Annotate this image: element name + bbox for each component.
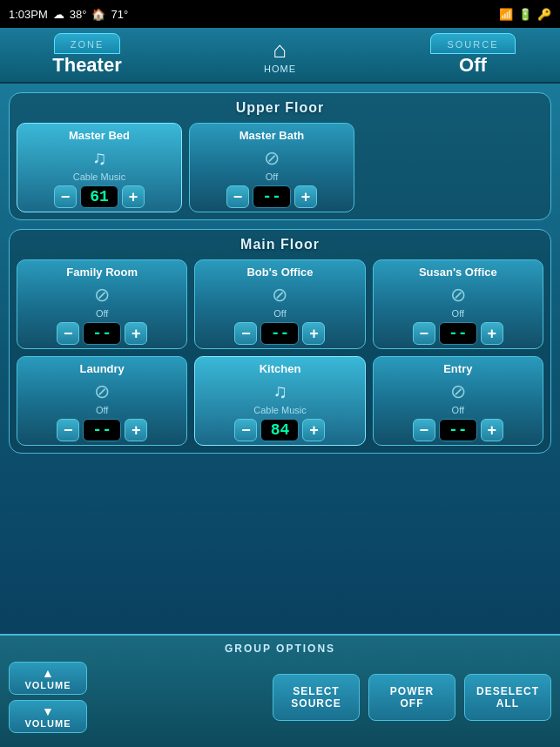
zone-card-kitchen[interactable]: Kitchen ♫ Cable Music − 84 +	[194, 356, 365, 446]
signal-icon: 🔑	[537, 8, 551, 21]
action-buttons: SELECTSOURCE POWEROFF DESELECTALL	[96, 674, 551, 721]
zone-card-entry[interactable]: Entry ⊘ Off − -- +	[373, 356, 543, 446]
home-temp-icon: 🏠	[91, 8, 105, 21]
volume-up-button[interactable]: +	[125, 419, 147, 441]
music-icon: ♫	[273, 380, 287, 403]
zone-card-title: Master Bed	[21, 129, 178, 142]
volume-down-button[interactable]: −	[226, 185, 249, 208]
power-off-label: POWEROFF	[390, 685, 434, 710]
source-section[interactable]: SOURCE Off	[386, 30, 560, 80]
volume-up-button[interactable]: +	[122, 185, 145, 208]
select-source-button[interactable]: SELECTSOURCE	[273, 674, 360, 721]
zone-source-label: Off	[273, 308, 286, 319]
volume-down-button[interactable]: −	[413, 322, 435, 345]
zone-controls: − 84 +	[199, 419, 361, 441]
source-value: Off	[459, 54, 487, 77]
zone-card-title: Kitchen	[199, 362, 361, 375]
zone-card-master-bath[interactable]: Master Bath ⊘ Off − -- +	[189, 123, 354, 212]
volume-up-button[interactable]: +	[481, 419, 503, 441]
zone-card-laundry[interactable]: Laundry ⊘ Off − -- +	[17, 356, 187, 446]
zone-card-title: Bob's Office	[199, 266, 361, 279]
cloud-icon: ☁	[53, 8, 64, 21]
bottom-bar: GROUP OPTIONS ▲ VOLUME ▼ VOLUME SELECTSO…	[0, 634, 560, 747]
zone-source-label: Off	[96, 405, 108, 415]
power-off-button[interactable]: POWEROFF	[368, 674, 455, 721]
volume-buttons: ▲ VOLUME ▼ VOLUME	[9, 662, 87, 733]
deselect-all-label: DESELECTALL	[476, 685, 539, 710]
zone-controls: − -- +	[193, 185, 350, 208]
main-floor-section: Main Floor Family Room ⊘ Off − -- + Bob'…	[9, 229, 551, 454]
zone-value: Theater	[52, 54, 121, 77]
upper-floor-section: Upper Floor Master Bed ♫ Cable Music − 6…	[9, 92, 551, 220]
home-section[interactable]: ⌂ HOME	[264, 37, 296, 74]
music-icon: ♫	[92, 147, 107, 170]
volume-down-arrow-button[interactable]: ▼ VOLUME	[9, 700, 87, 733]
no-source-icon: ⊘	[264, 147, 280, 170]
volume-up-button[interactable]: +	[302, 419, 325, 441]
zone-section[interactable]: ZONE Theater	[0, 30, 174, 80]
no-source-icon: ⊘	[94, 380, 110, 403]
main-floor-zones: Family Room ⊘ Off − -- + Bob's Office ⊘ …	[17, 259, 543, 446]
zone-card-title: Family Room	[21, 266, 183, 279]
zone-card-title: Laundry	[21, 362, 183, 375]
volume-up-arrow-button[interactable]: ▲ VOLUME	[9, 662, 87, 695]
zone-source-label: Off	[452, 308, 464, 319]
zone-controls: − -- +	[199, 322, 361, 345]
no-source-icon: ⊘	[450, 380, 466, 403]
deselect-all-button[interactable]: DESELECTALL	[464, 674, 551, 721]
volume-display: --	[260, 322, 299, 345]
zone-controls: − 61 +	[21, 185, 178, 208]
select-source-label: SELECTSOURCE	[291, 685, 341, 710]
no-source-icon: ⊘	[272, 284, 287, 306]
upper-floor-title: Upper Floor	[17, 100, 543, 116]
source-label: SOURCE	[447, 39, 498, 50]
up-arrow-icon: ▲	[42, 666, 54, 680]
zone-card-susans-office[interactable]: Susan's Office ⊘ Off − -- +	[373, 259, 543, 349]
zone-tab: ZONE	[54, 33, 121, 54]
top-nav: ZONE Theater ⌂ HOME SOURCE Off	[0, 28, 560, 84]
zone-card-title: Master Bath	[193, 129, 350, 142]
volume-display: 61	[80, 185, 118, 208]
weather-temp: 38°	[70, 8, 87, 21]
volume-up-button[interactable]: +	[294, 185, 317, 208]
zone-card-bobs-office[interactable]: Bob's Office ⊘ Off − -- +	[194, 259, 365, 349]
no-source-icon: ⊘	[94, 284, 110, 306]
zone-source-label: Off	[266, 172, 278, 182]
zone-source-label: Cable Music	[73, 172, 126, 182]
down-arrow-icon: ▼	[42, 704, 54, 718]
volume-up-button[interactable]: +	[125, 322, 147, 345]
zone-card-master-bed[interactable]: Master Bed ♫ Cable Music − 61 +	[17, 123, 182, 212]
zone-source-label: Off	[96, 308, 108, 319]
main-content: Upper Floor Master Bed ♫ Cable Music − 6…	[0, 84, 560, 634]
volume-down-button[interactable]: −	[57, 322, 79, 345]
zone-card-title: Susan's Office	[377, 266, 539, 279]
time-display: 1:03PM	[9, 8, 48, 21]
volume-display: --	[439, 419, 477, 441]
status-left: 1:03PM ☁ 38° 🏠 71°	[9, 8, 128, 21]
volume-up-button[interactable]: +	[481, 322, 503, 345]
zone-controls: − -- +	[21, 322, 183, 345]
indoor-temp: 71°	[111, 8, 128, 21]
group-options-title: GROUP OPTIONS	[9, 643, 551, 655]
volume-display: --	[83, 322, 121, 345]
zone-source-label: Off	[452, 405, 464, 415]
zone-card-family-room[interactable]: Family Room ⊘ Off − -- +	[17, 259, 187, 349]
volume-down-button[interactable]: −	[413, 419, 435, 441]
home-icon: ⌂	[273, 37, 287, 64]
volume-up-button[interactable]: +	[302, 322, 325, 345]
zone-source-label: Cable Music	[253, 405, 307, 415]
volume-down-button[interactable]: −	[234, 419, 257, 441]
volume-display: 84	[260, 419, 299, 441]
volume-display: --	[83, 419, 121, 441]
volume-down-button[interactable]: −	[234, 322, 257, 345]
volume-down-button[interactable]: −	[57, 419, 79, 441]
volume-down-label: VOLUME	[24, 718, 71, 729]
volume-down-button[interactable]: −	[54, 185, 77, 208]
volume-display: --	[439, 322, 477, 345]
volume-display: --	[253, 185, 291, 208]
status-right: 📶 🔋 🔑	[499, 8, 551, 21]
zone-controls: − -- +	[377, 322, 539, 345]
no-source-icon: ⊘	[450, 284, 466, 306]
status-bar: 1:03PM ☁ 38° 🏠 71° 📶 🔋 🔑	[0, 0, 560, 28]
volume-up-label: VOLUME	[24, 680, 71, 690]
